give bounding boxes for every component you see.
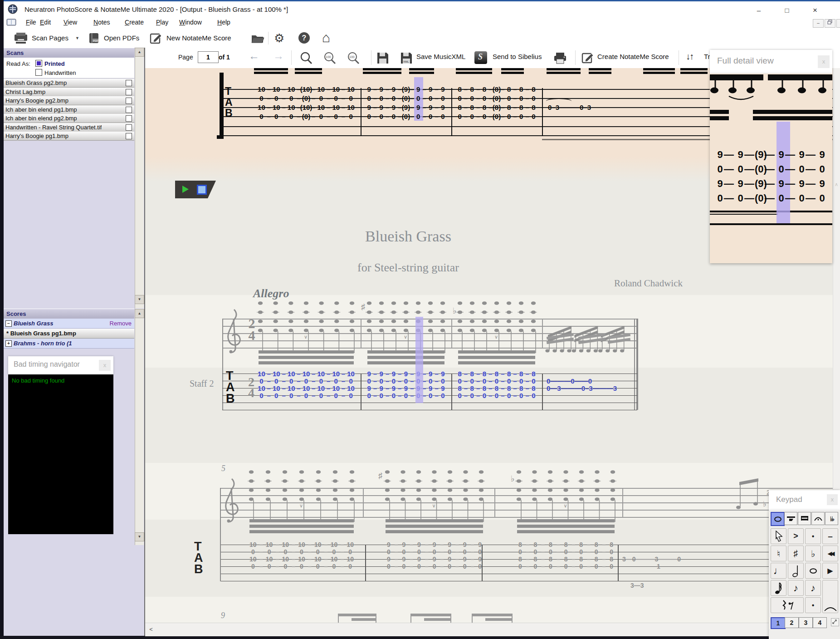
menu-help[interactable]: Help xyxy=(217,19,230,26)
tab-number[interactable]: 10 xyxy=(277,556,293,562)
tab-number[interactable]: 0 xyxy=(254,378,269,384)
flat-button[interactable]: ♭ xyxy=(805,546,821,561)
tab-number[interactable]: 0 xyxy=(466,392,478,399)
open-pdfs-button[interactable]: Open PDFs xyxy=(104,34,139,42)
tab-number[interactable]: 0 xyxy=(293,563,310,570)
tab-number[interactable]: 0 xyxy=(503,392,515,399)
tab-number[interactable]: 9 xyxy=(437,385,449,392)
scan-file-row[interactable]: Handwritten - Ravel String Quartet.tif xyxy=(4,123,134,132)
tab-number[interactable]: 0 xyxy=(343,113,358,120)
tab-number[interactable]: 0 xyxy=(573,563,589,570)
back-page-icon[interactable]: ← xyxy=(249,49,259,62)
tab-number[interactable]: 0 xyxy=(343,95,358,102)
tab-number[interactable]: 0 xyxy=(387,378,400,384)
tab-number[interactable]: 0 xyxy=(328,392,343,399)
tab-number[interactable]: 10 xyxy=(313,104,328,111)
title-bar[interactable]: Neuratron PhotoScore & NotateMe Ultimate… xyxy=(4,1,840,17)
send-to-sibelius-button[interactable]: Send to Sibelius xyxy=(493,53,542,60)
settings-gear-icon[interactable]: ⚙ xyxy=(274,31,284,45)
tab-number[interactable]: 0 xyxy=(363,113,375,120)
tab-number[interactable]: 10 xyxy=(342,541,358,548)
tab-number[interactable]: 8 xyxy=(573,541,589,548)
system2-tab-measure[interactable]: 8888888000000088888880000000 xyxy=(513,545,619,574)
tab-number[interactable]: 0 xyxy=(387,392,400,399)
tab-number[interactable]: (8) xyxy=(490,104,503,111)
tab-number[interactable]: 0 xyxy=(313,378,328,384)
tab-number[interactable]: 0 xyxy=(261,549,278,555)
tab-number[interactable]: 8 xyxy=(515,385,527,392)
tab-number[interactable]: 10 xyxy=(313,370,328,377)
tab-number[interactable]: 0 xyxy=(425,378,437,384)
tab-number[interactable]: 9 xyxy=(437,104,449,111)
mdi-restore-button[interactable] xyxy=(825,19,835,28)
tab-number[interactable]: 0 xyxy=(589,549,604,555)
tab-number[interactable]: 0 xyxy=(254,113,269,120)
tab-number[interactable]: 0 xyxy=(490,378,503,384)
tab-number[interactable]: 0 xyxy=(604,563,619,570)
tenuto-note-tab[interactable] xyxy=(784,512,797,525)
tab-number[interactable]: 10 xyxy=(254,104,269,111)
tab-number[interactable]: 10 xyxy=(284,104,299,111)
tab-number[interactable]: 0 xyxy=(478,378,490,384)
file-checkbox[interactable] xyxy=(126,107,132,113)
tab-number[interactable]: 0 xyxy=(442,549,457,555)
tab-number[interactable]: 0 xyxy=(342,549,358,555)
keypad-close-icon[interactable]: x xyxy=(827,494,838,505)
create-notateme-score-button[interactable]: Create NotateMe Score xyxy=(597,53,669,60)
tab-number[interactable]: 10 xyxy=(343,385,358,392)
keypad-number-2[interactable]: 2 xyxy=(785,617,799,628)
score-row[interactable]: +Brahms - horn trio (1 xyxy=(4,339,134,349)
tab-number[interactable]: 0 xyxy=(513,549,528,555)
tab-number[interactable]: 9 xyxy=(363,104,375,111)
forward-page-icon[interactable]: → xyxy=(273,49,284,62)
tab-number[interactable]: 0 xyxy=(387,113,400,120)
tab-number[interactable]: 8 xyxy=(503,370,515,377)
tab-number[interactable]: 9 xyxy=(427,556,442,562)
zoom-in-100-icon[interactable]: 100 xyxy=(347,51,360,65)
tab-number[interactable]: 0 xyxy=(425,113,437,120)
tab-number[interactable]: 0 xyxy=(589,563,604,570)
stop-icon[interactable] xyxy=(197,185,207,195)
tab-number[interactable]: 0 xyxy=(503,113,515,120)
menu-view[interactable]: View xyxy=(63,19,77,26)
scans-scroll-down-icon[interactable]: ▼ xyxy=(135,295,144,304)
tab-number[interactable]: 9 xyxy=(412,86,425,93)
tab-number[interactable]: 0 xyxy=(427,549,442,555)
open-pdfs-icon[interactable]: PDF xyxy=(88,32,101,44)
vscroll-chevron-icon[interactable]: ∧ xyxy=(835,182,838,187)
tab-number[interactable]: 0 xyxy=(342,563,358,570)
tab-number[interactable]: 0 xyxy=(299,392,314,399)
tab-number[interactable]: 8 xyxy=(527,370,540,377)
tab-number[interactable]: 0 xyxy=(466,378,478,384)
tab-number[interactable]: 8 xyxy=(558,556,574,562)
eighth-note-button[interactable]: ♪ xyxy=(788,580,804,596)
accent-button[interactable]: > xyxy=(788,528,804,544)
tab-number[interactable]: 0 xyxy=(543,549,558,555)
tab-number[interactable]: 0 xyxy=(396,549,412,555)
tab-number[interactable]: 0 xyxy=(412,113,425,120)
tab-number[interactable]: 8 xyxy=(466,385,478,392)
tab-number[interactable]: 9 xyxy=(442,556,457,562)
tab-number[interactable]: 0 xyxy=(425,95,437,102)
tab-number[interactable]: 8 xyxy=(454,385,466,392)
tab-number[interactable]: 8 xyxy=(604,556,619,562)
bad-timing-navigator-titlebar[interactable]: Bad timing navigator x xyxy=(8,356,113,374)
tab-number[interactable]: 8 xyxy=(478,104,490,111)
tab-number[interactable]: 0 xyxy=(528,563,543,570)
close-button[interactable]: × xyxy=(808,5,822,16)
tab-number[interactable]: 9 xyxy=(425,104,437,111)
tab-number[interactable]: 8 xyxy=(589,556,604,562)
system2-sparse[interactable]: 3—0———3———0 xyxy=(622,555,681,563)
menu-play[interactable]: Play xyxy=(156,19,168,26)
tab-number[interactable]: 8 xyxy=(515,86,527,93)
output-note-highlight[interactable] xyxy=(415,317,423,403)
output-sparse-row[interactable]: 0———0——0 xyxy=(547,377,592,385)
tab-number[interactable]: 9 xyxy=(400,370,412,377)
beams-tab[interactable] xyxy=(798,512,811,525)
scan-file-row[interactable]: Ich aber bin elend pg1.bmp xyxy=(4,105,134,114)
keypad-number-4[interactable]: 4 xyxy=(813,617,827,628)
menu-edit[interactable]: Edit xyxy=(40,19,51,26)
tab-number[interactable]: 8 xyxy=(466,86,478,93)
tab-number[interactable]: 9 xyxy=(387,86,400,93)
tab-number[interactable]: 10 xyxy=(284,370,299,377)
